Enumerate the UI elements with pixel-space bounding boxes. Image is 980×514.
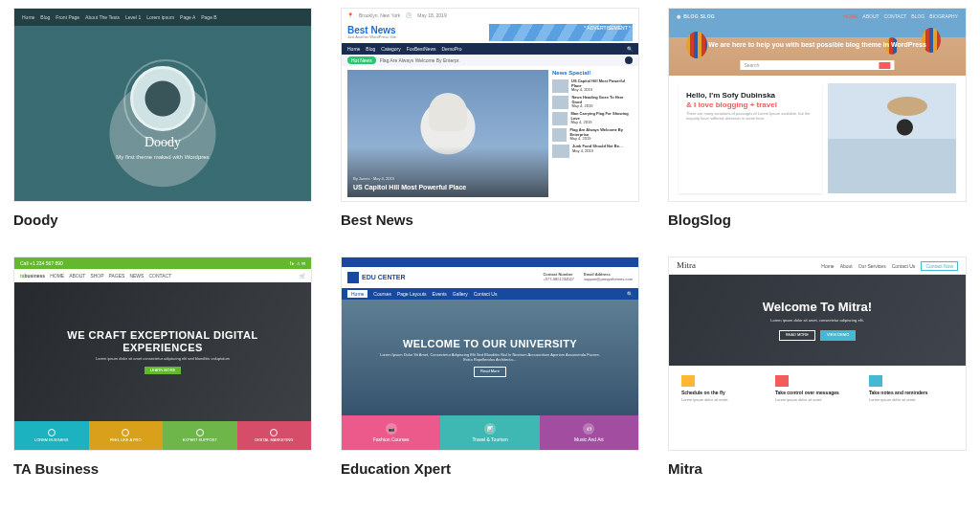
tile-label: DIGITAL MARKETING <box>255 438 293 443</box>
theme-title[interactable]: BlogSlog <box>668 212 967 228</box>
theme-thumbnail[interactable]: 📍 Brooklyn, New York 🕒 May 18, 2019 Best… <box>341 8 639 202</box>
clock-icon: 🕒 <box>406 12 412 18</box>
hero-btn-demo: VIEW DEMO <box>820 330 856 341</box>
feature-tiles: LOREM BUSINESS FEEL LIKE A PRO EXPERT SU… <box>14 421 311 450</box>
tile-label: Music And Art <box>574 436 604 442</box>
hero-title: WELCOME TO OUR UNIVERSITY <box>403 338 577 350</box>
preview-nav: Mitra Home About Our Services Contact Us… <box>669 257 966 275</box>
ticker-label: Hot News <box>347 56 376 64</box>
hero-cta: Read More <box>474 367 506 377</box>
tile-label: Travel & Tourism <box>472 436 507 442</box>
topbar-date: May 18, 2019 <box>417 12 446 18</box>
theme-title[interactable]: Education Xpert <box>341 460 639 477</box>
preview-hero: WELCOME TO OUR UNIVERSITY Lorem Ipsum Do… <box>342 300 638 415</box>
nav-item: FoxBestNews <box>407 46 436 52</box>
item-title: Man Carrying Flag For Showing Love <box>570 111 628 121</box>
feature: Schedule on the flyLorem ipsum dolor sit… <box>681 375 766 450</box>
nav-item: ABOUT <box>862 13 879 19</box>
feature-title: Schedule on the fly <box>681 390 766 395</box>
thumb-icon <box>552 145 569 158</box>
nav-item: CONTACT <box>148 273 171 279</box>
feature-row: Schedule on the flyLorem ipsum dolor sit… <box>669 366 966 450</box>
item-title: Flag Are Always Welcome By Enterprise <box>569 127 622 137</box>
item-date: May 4, 2019 <box>571 103 592 108</box>
item-date: May 4, 2019 <box>571 87 592 92</box>
tile: EXPERT SUPPORT <box>163 421 237 450</box>
chat-icon <box>869 375 882 387</box>
camera-icon: 📷 <box>386 423 397 435</box>
nav-cta: Contact Now <box>921 261 958 271</box>
preview-hero: Doody My first theme maked with Wordpres <box>14 26 311 201</box>
theme-card-blogslog[interactable]: ◉ BLOG SLOG HOME ABOUT CONTACT BLOG BIOG… <box>668 8 967 228</box>
location-icon: 📍 <box>347 12 353 18</box>
tile-icon <box>48 429 56 436</box>
feature-text: Lorem ipsum dolor sit amet. <box>869 398 953 403</box>
theme-thumbnail[interactable]: EDU CENTER Contact Number+977-9851234567… <box>341 257 639 451</box>
tile-icon <box>196 429 204 436</box>
nav-item: BIOGRAPHY <box>929 13 958 19</box>
nav-item: About The Tests <box>85 14 120 20</box>
feature-meta: By James · May 4, 2019 <box>353 177 543 182</box>
preview-header: EDU CENTER Contact Number+977-9851234567… <box>342 267 638 288</box>
theme-title[interactable]: Doody <box>13 212 312 228</box>
feature-title: US Capitol Hill Most Powerful Place <box>353 184 543 191</box>
topbar-text: Call +1 234 567 890 <box>20 260 63 266</box>
preview-body: By James · May 4, 2019 US Capitol Hill M… <box>342 66 638 201</box>
theme-card-educationxpert[interactable]: EDU CENTER Contact Number+977-9851234567… <box>341 257 639 477</box>
nav-item: About <box>840 263 853 269</box>
thumb-icon <box>552 79 568 93</box>
brand-logo: Mitra <box>677 260 696 271</box>
feature-title: Take control over messages <box>775 390 859 395</box>
theme-card-bestnews[interactable]: 📍 Brooklyn, New York 🕒 May 18, 2019 Best… <box>341 8 639 228</box>
brand-text: BLOG SLOG <box>683 13 715 19</box>
sidebar-news: News Special! US Capitol Hill Most Power… <box>552 70 633 197</box>
brand-sub: Just Another WordPress Site <box>347 35 396 39</box>
hero-subtitle: My first theme maked with Wordpres <box>116 154 209 161</box>
nav-item: PAGES <box>109 273 125 279</box>
search-bar: Search <box>740 60 894 70</box>
feature-text: Lorem ipsum dolor sit amet. <box>775 398 859 403</box>
photo-image <box>828 83 956 193</box>
item-date: May 4, 2019 <box>569 136 590 141</box>
theme-title[interactable]: Mitra <box>668 460 967 477</box>
nav-menu: Home About Our Services Contact Us Conta… <box>821 261 958 271</box>
nav-item: Level 1 <box>125 14 141 20</box>
contact-value: support@prosysthemes.com <box>584 277 633 281</box>
hero-buttons: READ MORE VIEW DEMO <box>779 330 857 341</box>
preview-nav: Home Blog Category FoxBestNews DemoPro 🔍 <box>342 43 638 55</box>
tag-icon: 🏷 <box>583 423 594 435</box>
brand-logo: ◉ BLOG SLOG <box>677 13 715 19</box>
hero-title: Welcome To Mitra! <box>763 300 872 315</box>
theme-title[interactable]: Best News <box>341 212 639 228</box>
tile-label: EXPERT SUPPORT <box>183 438 217 443</box>
ad-label: * ADVERTISEMENT * <box>584 25 631 31</box>
preview-nav: HOME ABOUT CONTACT BLOG BIOGRAPHY <box>843 13 958 19</box>
brand-logo: EDU CENTER <box>347 272 406 283</box>
nav-item: Blog <box>366 46 375 52</box>
nav-item: Events <box>433 291 447 297</box>
contact-block: Contact Number+977-9851234567 Email Addr… <box>543 273 633 282</box>
ticker-dot-icon <box>625 56 633 64</box>
nav-item: SHOP <box>90 273 103 279</box>
tile-icon <box>270 429 278 436</box>
theme-card-tabusiness[interactable]: Call +1 234 567 890 f ▸ ♫ ✉ tabusiness H… <box>13 257 312 477</box>
hero-text: Lorem Ipsum Dolor Sit Amet, Consectetur … <box>377 353 603 363</box>
sidebar-item: US Capitol Hill Most Powerful PlaceMay 4… <box>552 79 633 93</box>
tile: 📊Travel & Tourism <box>440 415 539 450</box>
nav-item: Page Layouts <box>397 291 427 297</box>
theme-thumbnail[interactable]: Mitra Home About Our Services Contact Us… <box>668 257 967 451</box>
hero-text: Lorem ipsum dolor sit amet consectetur a… <box>96 357 230 362</box>
nav-item: Category <box>381 46 400 52</box>
nav-item: Gallery <box>453 291 468 297</box>
tile: LOREM BUSINESS <box>14 421 89 450</box>
theme-thumbnail[interactable]: Home Blog Front Page About The Tests Lev… <box>13 8 312 202</box>
tile-label: FEEL LIKE A PRO <box>110 438 142 443</box>
preview-topbar: 📍 Brooklyn, New York 🕒 May 18, 2019 <box>342 9 638 22</box>
theme-thumbnail[interactable]: ◉ BLOG SLOG HOME ABOUT CONTACT BLOG BIOG… <box>668 8 967 202</box>
theme-thumbnail[interactable]: Call +1 234 567 890 f ▸ ♫ ✉ tabusiness H… <box>13 257 312 451</box>
theme-title[interactable]: TA Business <box>13 460 312 477</box>
hero-text: We are here to help you with best possib… <box>699 41 936 49</box>
theme-card-mitra[interactable]: Mitra Home About Our Services Contact Us… <box>668 257 967 477</box>
nav-item: NEWS <box>129 273 144 279</box>
theme-card-doody[interactable]: Home Blog Front Page About The Tests Lev… <box>13 8 312 228</box>
